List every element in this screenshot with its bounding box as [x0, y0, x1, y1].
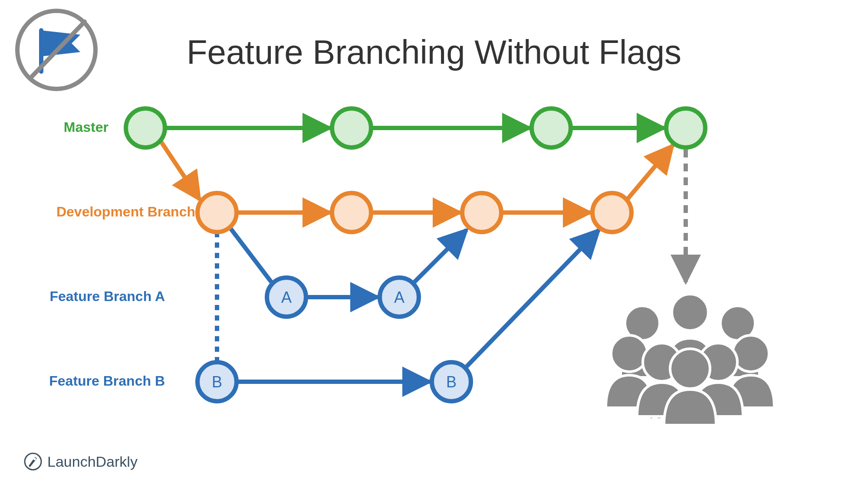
- edge-feat-a-to-dev: [414, 230, 467, 282]
- svg-point-26: [33, 458, 36, 460]
- master-commit: [332, 108, 371, 147]
- brand-logo: LaunchDarkly: [24, 452, 138, 471]
- users-icon: [606, 294, 774, 425]
- feat-b-commit: B: [197, 362, 237, 401]
- no-flag-icon: [17, 11, 95, 89]
- svg-text:A: A: [394, 288, 404, 306]
- master-commit: [666, 108, 705, 147]
- dev-commit: [462, 193, 501, 232]
- branch-diagram: A A B B: [0, 0, 868, 488]
- master-commit: [126, 108, 165, 147]
- master-commit: [532, 108, 571, 147]
- brand-name: LaunchDarkly: [47, 453, 138, 470]
- feat-a-commit: A: [380, 278, 419, 317]
- edge-feat-b-to-dev: [467, 230, 599, 367]
- feat-b-commit: B: [432, 362, 471, 401]
- dev-commit: [197, 193, 237, 232]
- svg-text:B: B: [446, 373, 457, 391]
- svg-text:A: A: [281, 288, 292, 306]
- edge-dev-to-feat-a: [230, 228, 271, 282]
- rocket-icon: [24, 452, 42, 471]
- edge-dev-to-master: [627, 145, 673, 200]
- edge-master-to-dev: [161, 141, 200, 200]
- dev-commit: [592, 193, 631, 232]
- dev-commit: [332, 193, 371, 232]
- svg-point-24: [670, 349, 710, 389]
- svg-point-18: [672, 294, 708, 331]
- feat-a-commit: A: [267, 278, 306, 317]
- svg-text:B: B: [212, 373, 222, 391]
